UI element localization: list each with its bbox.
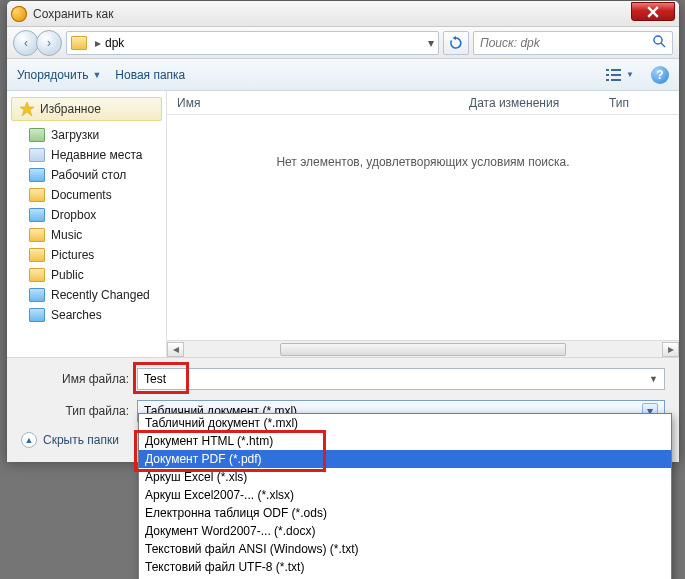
svg-rect-5 — [611, 74, 621, 76]
search-icon — [652, 34, 666, 51]
toolbar: Упорядочить ▼ Новая папка ▼ ? — [7, 59, 679, 91]
search-folder-icon — [29, 308, 45, 322]
chevron-down-icon[interactable]: ▾ — [428, 36, 434, 50]
svg-line-1 — [661, 43, 665, 47]
new-folder-button[interactable]: Новая папка — [115, 68, 185, 82]
filetype-option[interactable]: Аркуш Excel (*.xls) — [139, 468, 671, 486]
save-as-dialog: Сохранить как ‹ › ▸ dpk ▾ Упорядочить ▼ — [6, 0, 680, 460]
dropbox-icon — [29, 208, 45, 222]
scroll-thumb[interactable] — [280, 343, 567, 356]
star-icon — [20, 102, 34, 116]
breadcrumb-separator: ▸ — [95, 36, 101, 50]
filetype-option[interactable]: Текстовий файл UTF-8 (*.txt) — [139, 558, 671, 576]
window-title: Сохранить как — [33, 7, 675, 21]
search-box[interactable] — [473, 31, 673, 55]
column-type[interactable]: Тип — [599, 96, 679, 110]
close-icon — [647, 6, 659, 18]
view-list-icon — [606, 68, 624, 82]
filename-input[interactable]: Test ▼ — [137, 368, 665, 390]
chevron-up-icon: ▲ — [25, 435, 34, 445]
folder-icon — [71, 36, 87, 50]
filename-label: Имя файла: — [21, 372, 137, 386]
svg-rect-6 — [606, 79, 609, 81]
chevron-down-icon[interactable]: ▼ — [649, 374, 658, 384]
sidebar-item-searches[interactable]: Searches — [7, 305, 166, 325]
filetype-label: Тип файла: — [21, 404, 137, 418]
sidebar-item-dropbox[interactable]: Dropbox — [7, 205, 166, 225]
view-mode-button[interactable]: ▼ — [603, 64, 637, 86]
folder-icon — [29, 268, 45, 282]
refresh-button[interactable] — [443, 31, 469, 55]
folder-icon — [29, 188, 45, 202]
refresh-icon — [449, 36, 463, 50]
svg-rect-7 — [611, 79, 621, 81]
filetype-dropdown[interactable]: Табличний документ (*.mxl)Документ HTML … — [138, 413, 672, 579]
hide-folders-toggle[interactable]: ▲ Скрыть папки — [21, 432, 119, 448]
app-icon — [11, 6, 27, 22]
sidebar-item-desktop[interactable]: Рабочий стол — [7, 165, 166, 185]
scroll-right-button[interactable]: ▸ — [662, 342, 679, 357]
empty-message: Нет элементов, удовлетворяющих условиям … — [167, 155, 679, 169]
sidebar-item-music[interactable]: Music — [7, 225, 166, 245]
chevron-down-icon: ▼ — [626, 70, 634, 79]
chevron-left-icon: ◂ — [173, 342, 179, 356]
filetype-option[interactable]: Електронна таблиця ODF (*.ods) — [139, 504, 671, 522]
recent-icon — [29, 148, 45, 162]
navbar: ‹ › ▸ dpk ▾ — [7, 27, 679, 59]
downloads-icon — [29, 128, 45, 142]
filetype-option[interactable]: Документ Word2007-... (*.docx) — [139, 522, 671, 540]
filetype-option[interactable]: Текстовий файл ANSI (Windows) (*.txt) — [139, 540, 671, 558]
filetype-option[interactable]: Табличний документ (*.mxl) — [139, 414, 671, 432]
help-button[interactable]: ? — [651, 66, 669, 84]
filetype-option[interactable]: Документ PDF (*.pdf) — [139, 450, 671, 468]
forward-button[interactable]: › — [36, 30, 62, 56]
help-icon: ? — [656, 68, 663, 82]
search-folder-icon — [29, 288, 45, 302]
svg-point-0 — [654, 36, 662, 44]
folder-icon — [29, 248, 45, 262]
column-name[interactable]: Имя — [167, 96, 459, 110]
chevron-right-icon: › — [47, 36, 51, 50]
column-date[interactable]: Дата изменения — [459, 96, 599, 110]
folder-icon — [29, 228, 45, 242]
breadcrumb[interactable]: ▸ dpk ▾ — [66, 31, 439, 55]
organize-menu[interactable]: Упорядочить ▼ — [17, 68, 101, 82]
horizontal-scrollbar[interactable]: ◂ ▸ — [167, 340, 679, 357]
svg-rect-2 — [606, 69, 609, 71]
sidebar-item-documents[interactable]: Documents — [7, 185, 166, 205]
sidebar-item-recent[interactable]: Недавние места — [7, 145, 166, 165]
column-headers[interactable]: Имя Дата изменения Тип — [167, 91, 679, 115]
sidebar-item-downloads[interactable]: Загрузки — [7, 125, 166, 145]
favorites-header[interactable]: Избранное — [11, 97, 162, 121]
breadcrumb-folder[interactable]: dpk — [105, 36, 124, 50]
scroll-track[interactable] — [184, 343, 662, 356]
sidebar-item-pictures[interactable]: Pictures — [7, 245, 166, 265]
scroll-left-button[interactable]: ◂ — [167, 342, 184, 357]
filetype-option[interactable]: Документ HTML (*.htm) — [139, 432, 671, 450]
sidebar-item-recently-changed[interactable]: Recently Changed — [7, 285, 166, 305]
desktop-icon — [29, 168, 45, 182]
filetype-option[interactable]: Аркуш Excel2007-... (*.xlsx) — [139, 486, 671, 504]
sidebar-item-public[interactable]: Public — [7, 265, 166, 285]
close-button[interactable] — [631, 2, 675, 21]
svg-rect-3 — [611, 69, 621, 71]
svg-rect-4 — [606, 74, 609, 76]
titlebar[interactable]: Сохранить как — [7, 1, 679, 27]
chevron-right-icon: ▸ — [668, 342, 674, 356]
chevron-left-icon: ‹ — [24, 36, 28, 50]
search-input[interactable] — [480, 36, 652, 50]
chevron-down-icon: ▼ — [92, 70, 101, 80]
sidebar: Избранное Загрузки Недавние места Рабочи… — [7, 91, 167, 357]
file-list-pane: Имя Дата изменения Тип Нет элементов, уд… — [167, 91, 679, 357]
